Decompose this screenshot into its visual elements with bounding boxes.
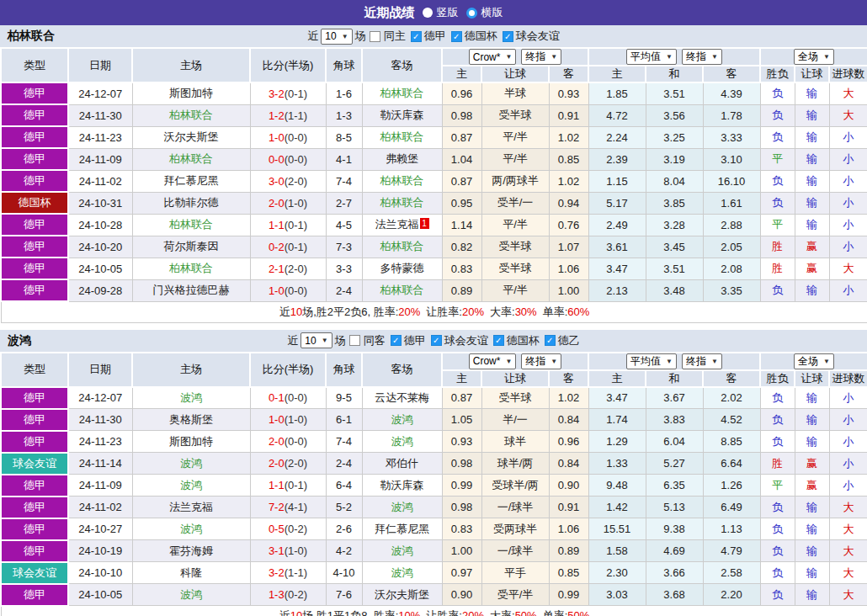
away-team[interactable]: 柏林联合 <box>362 82 442 104</box>
result-handicap: 输 <box>795 192 829 214</box>
away-team[interactable]: 勒沃库森 <box>362 104 442 126</box>
home-team[interactable]: 门兴格拉德巴赫 <box>132 279 250 301</box>
section-summary: 近10场,胜1平1负8, 胜率:10%让胜率:20%大率:50%单率:50% <box>1 606 867 616</box>
away-team[interactable]: 波鸿 <box>362 540 442 562</box>
corner-score: 6-1 <box>326 409 362 431</box>
avg-away: 4.79 <box>703 540 760 562</box>
odds-home: 0.89 <box>442 279 481 301</box>
league-checkbox[interactable]: ✓ <box>411 31 422 42</box>
away-team[interactable]: 柏林联合 <box>362 279 442 301</box>
home-team[interactable]: 柏林联合 <box>132 258 250 279</box>
away-team[interactable]: 法兰克福1 <box>362 214 442 236</box>
corner-score: 4-5 <box>326 214 362 236</box>
match-type: 德甲 <box>1 126 68 148</box>
away-team[interactable]: 云达不莱梅 <box>362 387 442 409</box>
away-team[interactable]: 沃尔夫斯堡 <box>362 584 442 606</box>
home-team[interactable]: 波鸿 <box>132 387 250 409</box>
home-team[interactable]: 沃尔夫斯堡 <box>132 126 250 148</box>
league-checkbox[interactable]: ✓ <box>451 31 462 42</box>
home-team[interactable]: 法兰克福 <box>132 497 250 518</box>
home-team[interactable]: 斯图加特 <box>132 82 250 104</box>
col-result-handicap: 让球 <box>795 66 829 82</box>
match-date: 24-11-02 <box>68 497 132 518</box>
same-venue-checkbox[interactable] <box>349 335 360 346</box>
score-halftime: 2-0(2-0) <box>250 453 326 475</box>
away-team[interactable]: 柏林联合 <box>362 126 442 148</box>
home-team[interactable]: 柏林联合 <box>132 148 250 170</box>
odds-handicap: 受半球 <box>481 104 549 126</box>
odds-away: 1.00 <box>549 279 588 301</box>
full-match-select[interactable]: 全场▼ <box>794 49 834 65</box>
home-team[interactable]: 波鸿 <box>132 518 250 540</box>
odds-away: 0.93 <box>549 82 588 104</box>
avg-draw: 3.56 <box>646 104 703 126</box>
away-team[interactable]: 多特蒙德 <box>362 258 442 279</box>
match-row: 德国杯24-10-31比勒菲尔德2-0(1-0)2-7柏林联合0.95受半/一0… <box>1 192 867 214</box>
home-team[interactable]: 比勒菲尔德 <box>132 192 250 214</box>
match-count-select[interactable]: 10▼ <box>301 332 332 348</box>
league-checkbox[interactable]: ✓ <box>545 335 556 346</box>
away-team[interactable]: 柏林联合 <box>362 236 442 258</box>
home-team[interactable]: 霍芬海姆 <box>132 540 250 562</box>
odds-handicap: 平/半 <box>481 214 549 236</box>
result-winlose: 平 <box>760 214 795 236</box>
radio-selected-icon[interactable] <box>423 8 433 18</box>
result-handicap: 赢 <box>795 453 829 475</box>
layout-radio-horizontal[interactable]: 横版 <box>466 5 503 20</box>
odds-source-select[interactable]: Crow*▼ <box>469 353 517 369</box>
home-team[interactable]: 波鸿 <box>132 475 250 497</box>
home-team[interactable]: 斯图加特 <box>132 431 250 453</box>
result-handicap: 赢 <box>795 475 829 497</box>
col-odds-handicap: 让球 <box>481 370 549 387</box>
away-team[interactable]: 波鸿 <box>362 431 442 453</box>
odds-handicap: 半球 <box>481 82 549 104</box>
match-row: 球会友谊24-10-10科隆3-2(1-1)4-10波鸿0.97平手0.852.… <box>1 562 867 584</box>
away-team[interactable]: 邓伯什 <box>362 453 442 475</box>
avg-final-select[interactable]: 终指▼ <box>682 49 722 65</box>
home-team[interactable]: 荷尔斯泰因 <box>132 236 250 258</box>
radio-unselected-icon[interactable] <box>466 8 477 19</box>
col-home: 主场 <box>132 48 250 82</box>
away-team[interactable]: 弗赖堡 <box>362 148 442 170</box>
league-checkbox[interactable]: ✓ <box>503 31 513 42</box>
away-team[interactable]: 柏林联合 <box>362 170 442 192</box>
home-team[interactable]: 奥格斯堡 <box>132 409 250 431</box>
score-halftime: 3-2(1-1) <box>250 562 326 584</box>
avg-select[interactable]: 平均值▼ <box>626 353 677 369</box>
avg-away: 2.08 <box>703 258 760 279</box>
away-team[interactable]: 拜仁慕尼黑 <box>362 518 442 540</box>
home-team[interactable]: 波鸿 <box>132 453 250 475</box>
result-handicap: 输 <box>795 104 829 126</box>
odds-source-select[interactable]: Crow*▼ <box>469 49 517 65</box>
result-handicap: 输 <box>795 409 829 431</box>
league-checkbox[interactable]: ✓ <box>431 335 442 346</box>
avg-final-select[interactable]: 终指▼ <box>682 353 722 369</box>
away-team[interactable]: 波鸿 <box>362 497 442 518</box>
home-team[interactable]: 科隆 <box>132 562 250 584</box>
home-team[interactable]: 拜仁慕尼黑 <box>132 170 250 192</box>
avg-away: 1.13 <box>703 518 760 540</box>
chevron-down-icon: ▼ <box>823 358 830 365</box>
col-odds-home: 主 <box>442 66 481 82</box>
same-venue-checkbox[interactable] <box>370 31 380 42</box>
league-checkbox[interactable]: ✓ <box>493 335 504 346</box>
team-section-2: 波鸿 近 10▼ 场 同客 ✓德甲✓球会友谊✓德国杯✓德乙 类型 日期 主场 比… <box>0 330 867 616</box>
home-team[interactable]: 柏林联合 <box>132 214 250 236</box>
result-winlose: 胜 <box>760 453 795 475</box>
home-team[interactable]: 波鸿 <box>132 584 250 606</box>
home-team[interactable]: 柏林联合 <box>132 104 250 126</box>
avg-select[interactable]: 平均值▼ <box>626 49 677 65</box>
away-team[interactable]: 波鸿 <box>362 562 442 584</box>
away-team[interactable]: 柏林联合 <box>362 192 442 214</box>
away-team[interactable]: 波鸿 <box>362 409 442 431</box>
result-goals: 大 <box>829 104 867 126</box>
layout-radio-vertical[interactable]: 竖版 <box>423 5 459 20</box>
page-header: 近期战绩 竖版 横版 <box>0 0 867 25</box>
odds-final-select[interactable]: 终指▼ <box>521 49 561 65</box>
odds-final-select[interactable]: 终指▼ <box>521 353 561 369</box>
full-match-select[interactable]: 全场▼ <box>794 353 834 369</box>
match-count-select[interactable]: 10▼ <box>321 29 352 45</box>
match-date: 24-12-07 <box>68 387 132 409</box>
league-checkbox[interactable]: ✓ <box>391 335 402 346</box>
away-team[interactable]: 勒沃库森 <box>362 475 442 497</box>
